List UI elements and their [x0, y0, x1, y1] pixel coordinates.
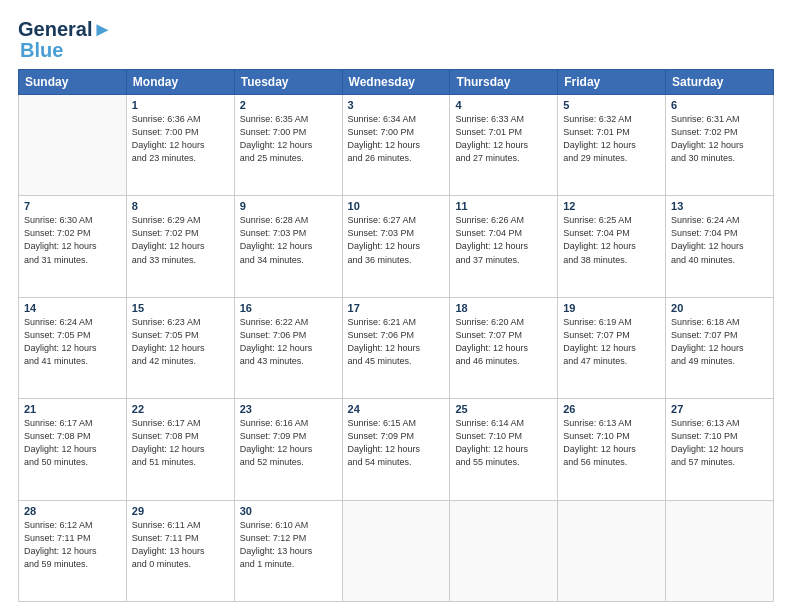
day-cell: 14Sunrise: 6:24 AM Sunset: 7:05 PM Dayli… — [19, 297, 127, 398]
day-number: 1 — [132, 99, 229, 111]
day-info: Sunrise: 6:35 AM Sunset: 7:00 PM Dayligh… — [240, 113, 337, 165]
day-cell: 1Sunrise: 6:36 AM Sunset: 7:00 PM Daylig… — [126, 95, 234, 196]
day-info: Sunrise: 6:28 AM Sunset: 7:03 PM Dayligh… — [240, 214, 337, 266]
day-info: Sunrise: 6:11 AM Sunset: 7:11 PM Dayligh… — [132, 519, 229, 571]
day-cell: 23Sunrise: 6:16 AM Sunset: 7:09 PM Dayli… — [234, 399, 342, 500]
day-number: 24 — [348, 403, 445, 415]
day-number: 12 — [563, 200, 660, 212]
day-info: Sunrise: 6:10 AM Sunset: 7:12 PM Dayligh… — [240, 519, 337, 571]
day-info: Sunrise: 6:20 AM Sunset: 7:07 PM Dayligh… — [455, 316, 552, 368]
day-info: Sunrise: 6:17 AM Sunset: 7:08 PM Dayligh… — [24, 417, 121, 469]
day-cell — [342, 500, 450, 601]
day-cell: 4Sunrise: 6:33 AM Sunset: 7:01 PM Daylig… — [450, 95, 558, 196]
weekday-tuesday: Tuesday — [234, 70, 342, 95]
day-number: 2 — [240, 99, 337, 111]
day-cell: 25Sunrise: 6:14 AM Sunset: 7:10 PM Dayli… — [450, 399, 558, 500]
week-row-2: 14Sunrise: 6:24 AM Sunset: 7:05 PM Dayli… — [19, 297, 774, 398]
weekday-header: SundayMondayTuesdayWednesdayThursdayFrid… — [19, 70, 774, 95]
logo-blue: Blue — [20, 41, 63, 59]
header: General► Blue — [18, 18, 774, 59]
day-number: 8 — [132, 200, 229, 212]
day-cell: 5Sunrise: 6:32 AM Sunset: 7:01 PM Daylig… — [558, 95, 666, 196]
day-info: Sunrise: 6:21 AM Sunset: 7:06 PM Dayligh… — [348, 316, 445, 368]
day-info: Sunrise: 6:13 AM Sunset: 7:10 PM Dayligh… — [671, 417, 768, 469]
day-info: Sunrise: 6:17 AM Sunset: 7:08 PM Dayligh… — [132, 417, 229, 469]
day-cell: 29Sunrise: 6:11 AM Sunset: 7:11 PM Dayli… — [126, 500, 234, 601]
day-info: Sunrise: 6:24 AM Sunset: 7:05 PM Dayligh… — [24, 316, 121, 368]
day-info: Sunrise: 6:33 AM Sunset: 7:01 PM Dayligh… — [455, 113, 552, 165]
day-info: Sunrise: 6:30 AM Sunset: 7:02 PM Dayligh… — [24, 214, 121, 266]
day-number: 25 — [455, 403, 552, 415]
day-number: 4 — [455, 99, 552, 111]
day-cell: 6Sunrise: 6:31 AM Sunset: 7:02 PM Daylig… — [666, 95, 774, 196]
day-number: 6 — [671, 99, 768, 111]
day-number: 5 — [563, 99, 660, 111]
day-number: 15 — [132, 302, 229, 314]
week-row-1: 7Sunrise: 6:30 AM Sunset: 7:02 PM Daylig… — [19, 196, 774, 297]
day-number: 30 — [240, 505, 337, 517]
day-number: 13 — [671, 200, 768, 212]
day-info: Sunrise: 6:13 AM Sunset: 7:10 PM Dayligh… — [563, 417, 660, 469]
day-info: Sunrise: 6:29 AM Sunset: 7:02 PM Dayligh… — [132, 214, 229, 266]
day-number: 17 — [348, 302, 445, 314]
day-cell: 9Sunrise: 6:28 AM Sunset: 7:03 PM Daylig… — [234, 196, 342, 297]
day-cell — [450, 500, 558, 601]
day-cell: 2Sunrise: 6:35 AM Sunset: 7:00 PM Daylig… — [234, 95, 342, 196]
day-info: Sunrise: 6:23 AM Sunset: 7:05 PM Dayligh… — [132, 316, 229, 368]
weekday-friday: Friday — [558, 70, 666, 95]
logo: General► Blue — [18, 18, 112, 59]
day-cell: 20Sunrise: 6:18 AM Sunset: 7:07 PM Dayli… — [666, 297, 774, 398]
week-row-4: 28Sunrise: 6:12 AM Sunset: 7:11 PM Dayli… — [19, 500, 774, 601]
day-info: Sunrise: 6:12 AM Sunset: 7:11 PM Dayligh… — [24, 519, 121, 571]
day-number: 20 — [671, 302, 768, 314]
day-info: Sunrise: 6:14 AM Sunset: 7:10 PM Dayligh… — [455, 417, 552, 469]
day-cell: 28Sunrise: 6:12 AM Sunset: 7:11 PM Dayli… — [19, 500, 127, 601]
day-info: Sunrise: 6:27 AM Sunset: 7:03 PM Dayligh… — [348, 214, 445, 266]
day-cell: 24Sunrise: 6:15 AM Sunset: 7:09 PM Dayli… — [342, 399, 450, 500]
day-info: Sunrise: 6:15 AM Sunset: 7:09 PM Dayligh… — [348, 417, 445, 469]
day-cell: 19Sunrise: 6:19 AM Sunset: 7:07 PM Dayli… — [558, 297, 666, 398]
calendar-body: 1Sunrise: 6:36 AM Sunset: 7:00 PM Daylig… — [19, 95, 774, 602]
day-cell: 17Sunrise: 6:21 AM Sunset: 7:06 PM Dayli… — [342, 297, 450, 398]
day-number: 11 — [455, 200, 552, 212]
day-number: 28 — [24, 505, 121, 517]
day-number: 19 — [563, 302, 660, 314]
day-cell: 21Sunrise: 6:17 AM Sunset: 7:08 PM Dayli… — [19, 399, 127, 500]
day-cell: 16Sunrise: 6:22 AM Sunset: 7:06 PM Dayli… — [234, 297, 342, 398]
weekday-thursday: Thursday — [450, 70, 558, 95]
day-number: 14 — [24, 302, 121, 314]
day-cell — [666, 500, 774, 601]
day-cell: 22Sunrise: 6:17 AM Sunset: 7:08 PM Dayli… — [126, 399, 234, 500]
weekday-wednesday: Wednesday — [342, 70, 450, 95]
day-cell: 27Sunrise: 6:13 AM Sunset: 7:10 PM Dayli… — [666, 399, 774, 500]
day-number: 21 — [24, 403, 121, 415]
day-number: 18 — [455, 302, 552, 314]
day-cell: 15Sunrise: 6:23 AM Sunset: 7:05 PM Dayli… — [126, 297, 234, 398]
day-number: 9 — [240, 200, 337, 212]
day-cell: 13Sunrise: 6:24 AM Sunset: 7:04 PM Dayli… — [666, 196, 774, 297]
day-number: 7 — [24, 200, 121, 212]
day-info: Sunrise: 6:32 AM Sunset: 7:01 PM Dayligh… — [563, 113, 660, 165]
day-cell: 26Sunrise: 6:13 AM Sunset: 7:10 PM Dayli… — [558, 399, 666, 500]
day-info: Sunrise: 6:26 AM Sunset: 7:04 PM Dayligh… — [455, 214, 552, 266]
day-cell — [19, 95, 127, 196]
day-info: Sunrise: 6:31 AM Sunset: 7:02 PM Dayligh… — [671, 113, 768, 165]
day-cell: 11Sunrise: 6:26 AM Sunset: 7:04 PM Dayli… — [450, 196, 558, 297]
week-row-0: 1Sunrise: 6:36 AM Sunset: 7:00 PM Daylig… — [19, 95, 774, 196]
day-cell: 8Sunrise: 6:29 AM Sunset: 7:02 PM Daylig… — [126, 196, 234, 297]
day-number: 3 — [348, 99, 445, 111]
day-number: 22 — [132, 403, 229, 415]
day-cell: 30Sunrise: 6:10 AM Sunset: 7:12 PM Dayli… — [234, 500, 342, 601]
week-row-3: 21Sunrise: 6:17 AM Sunset: 7:08 PM Dayli… — [19, 399, 774, 500]
day-info: Sunrise: 6:16 AM Sunset: 7:09 PM Dayligh… — [240, 417, 337, 469]
day-info: Sunrise: 6:25 AM Sunset: 7:04 PM Dayligh… — [563, 214, 660, 266]
day-cell: 7Sunrise: 6:30 AM Sunset: 7:02 PM Daylig… — [19, 196, 127, 297]
day-info: Sunrise: 6:24 AM Sunset: 7:04 PM Dayligh… — [671, 214, 768, 266]
weekday-saturday: Saturday — [666, 70, 774, 95]
day-number: 10 — [348, 200, 445, 212]
logo-text: General► — [18, 18, 112, 41]
day-cell: 18Sunrise: 6:20 AM Sunset: 7:07 PM Dayli… — [450, 297, 558, 398]
day-number: 29 — [132, 505, 229, 517]
day-info: Sunrise: 6:36 AM Sunset: 7:00 PM Dayligh… — [132, 113, 229, 165]
day-number: 26 — [563, 403, 660, 415]
